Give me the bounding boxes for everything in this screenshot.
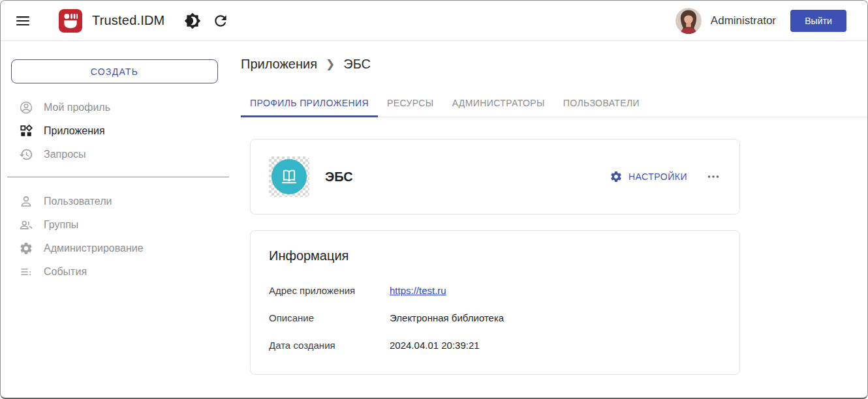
info-row-label: Дата создания xyxy=(269,340,390,351)
info-row-value: Электронная библиотека xyxy=(390,312,504,323)
open-book-icon xyxy=(271,159,307,194)
brightness-icon xyxy=(184,12,201,29)
breadcrumb: Приложения ❯ ЭБС xyxy=(241,57,867,72)
content-area: СОЗДАТЬ Мой профиль xyxy=(1,41,867,398)
user-avatar[interactable] xyxy=(675,8,702,34)
refresh-button[interactable] xyxy=(212,12,229,29)
apps-grid-icon xyxy=(19,124,33,138)
chevron-right-icon: ❯ xyxy=(326,57,335,71)
info-row-value: 2024.04.01 20:39:21 xyxy=(390,340,480,351)
app-window: Trusted.IDM xyxy=(0,0,868,399)
account-circle-icon xyxy=(19,100,33,115)
main-panel: Приложения ❯ ЭБС ПРОФИЛЬ ПРИЛОЖЕНИЯ РЕСУ… xyxy=(236,41,867,398)
history-icon xyxy=(19,147,33,162)
group-icon xyxy=(19,218,33,232)
gear-icon xyxy=(610,170,623,183)
sidebar-item-requests[interactable]: Запросы xyxy=(1,143,236,166)
info-row-created-date: Дата создания 2024.04.01 20:39:21 xyxy=(269,340,721,351)
settings-button-label: НАСТРОЙКИ xyxy=(628,171,687,182)
sidebar-item-label: Пользователи xyxy=(44,196,112,207)
app-card-actions: НАСТРОЙКИ xyxy=(610,169,721,185)
sidebar-item-my-profile[interactable]: Мой профиль xyxy=(1,96,236,119)
tab-bar: ПРОФИЛЬ ПРИЛОЖЕНИЯ РЕСУРСЫ АДМИНИСТРАТОР… xyxy=(241,91,867,117)
tab-resources[interactable]: РЕСУРСЫ xyxy=(378,91,443,117)
app-title: Trusted.IDM xyxy=(92,13,164,28)
app-url-link[interactable]: https://test.ru xyxy=(390,285,446,296)
user-name: Administrator xyxy=(711,14,776,27)
more-options-button[interactable] xyxy=(705,169,721,185)
person-icon xyxy=(19,194,33,209)
info-row-description: Описание Электронная библиотека xyxy=(269,312,721,323)
sidebar-item-label: Приложения xyxy=(44,125,105,137)
sidebar: СОЗДАТЬ Мой профиль xyxy=(1,41,236,398)
logout-button[interactable]: Выйти xyxy=(790,10,846,32)
sidebar-primary-nav: Мой профиль Приложения xyxy=(1,96,236,166)
settings-button[interactable]: НАСТРОЙКИ xyxy=(610,170,687,183)
sidebar-item-groups[interactable]: Группы xyxy=(1,213,236,237)
tab-users[interactable]: ПОЛЬЗОВАТЕЛИ xyxy=(554,91,649,117)
sidebar-item-events[interactable]: События xyxy=(1,260,236,284)
ellipsis-icon xyxy=(706,170,721,184)
sidebar-secondary-nav: Пользователи Группы xyxy=(1,190,236,284)
sidebar-item-label: События xyxy=(44,266,87,278)
info-row-label: Описание xyxy=(269,312,390,323)
info-rows: Адрес приложения https://test.ru Описани… xyxy=(269,285,721,351)
breadcrumb-current: ЭБС xyxy=(343,57,371,72)
sidebar-item-label: Запросы xyxy=(44,149,86,160)
create-button[interactable]: СОЗДАТЬ xyxy=(11,59,218,83)
info-row-label: Адрес приложения xyxy=(269,285,390,296)
info-card: Информация Адрес приложения https://test… xyxy=(250,230,740,375)
hamburger-menu-button[interactable] xyxy=(14,12,31,29)
info-card-title: Информация xyxy=(269,248,721,263)
gear-icon xyxy=(19,241,33,256)
sidebar-divider xyxy=(7,177,229,177)
sidebar-item-users[interactable]: Пользователи xyxy=(1,190,236,213)
event-list-icon xyxy=(19,265,33,279)
top-bar: Trusted.IDM xyxy=(1,1,867,41)
app-name: ЭБС xyxy=(325,170,353,185)
hamburger-icon xyxy=(14,12,31,29)
sidebar-item-administration[interactable]: Администрирование xyxy=(1,237,236,260)
app-summary-card: ЭБС НАСТРОЙКИ xyxy=(250,139,740,214)
tab-administrators[interactable]: АДМИНИСТРАТОРЫ xyxy=(443,91,554,117)
sidebar-item-label: Группы xyxy=(44,219,78,231)
refresh-icon xyxy=(212,12,229,29)
info-row-app-url: Адрес приложения https://test.ru xyxy=(269,285,721,296)
app-logo-tile xyxy=(269,156,309,197)
sidebar-item-label: Администрирование xyxy=(44,243,144,254)
trusted-idm-logo-icon xyxy=(59,9,82,33)
tab-application-profile[interactable]: ПРОФИЛЬ ПРИЛОЖЕНИЯ xyxy=(241,91,378,117)
theme-toggle-button[interactable] xyxy=(184,12,201,29)
sidebar-item-applications[interactable]: Приложения xyxy=(1,119,236,143)
sidebar-item-label: Мой профиль xyxy=(44,102,110,113)
breadcrumb-applications-link[interactable]: Приложения xyxy=(241,57,317,72)
